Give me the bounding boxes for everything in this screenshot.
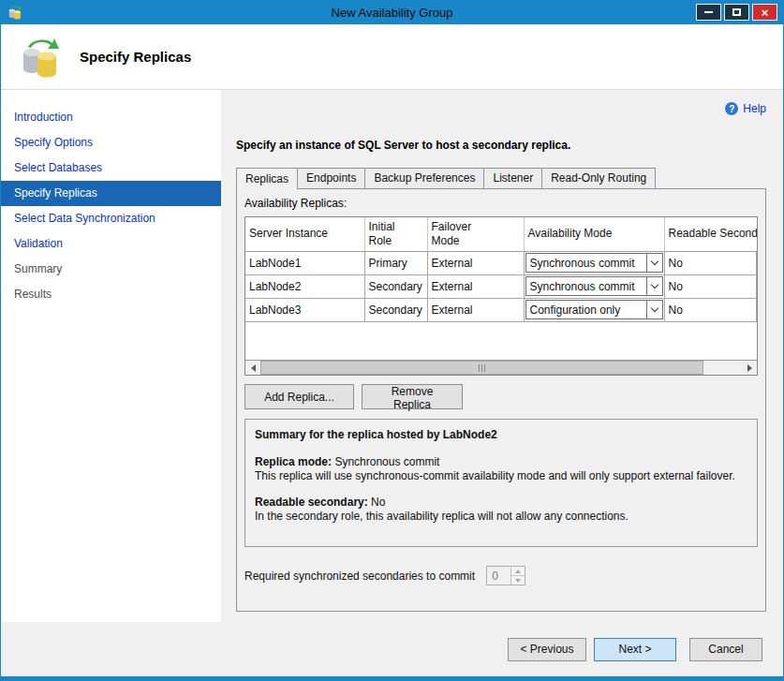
replica-mode-label: Replica mode: [255,455,332,468]
remove-replica-button[interactable]: Remove Replica [362,384,463,409]
footer-bar: < Previous Next > Cancel [1,622,783,676]
cell-server-instance: LabNode3 [245,298,364,321]
add-replica-button[interactable]: Add Replica... [244,384,354,409]
availability-replicas-grid: Server Instance Initial Role Failover Mo… [244,216,758,376]
replica-mode-description: This replica will use synchronous-commit… [255,469,747,482]
chevron-down-icon [646,301,662,318]
window-controls: × [696,4,777,21]
new-availability-group-window: New Availability Group × Specify Replica… [0,0,784,681]
sidebar-item-results: Results [1,282,221,307]
tab-endpoints[interactable]: Endpoints [297,168,365,188]
col-failover-mode[interactable]: Failover Mode [427,217,524,251]
sidebar-item-introduction[interactable]: Introduction [1,105,221,130]
cell-server-instance: LabNode1 [245,251,364,274]
required-secondaries-label: Required synchronized secondaries to com… [244,570,475,583]
maximize-icon [732,8,741,16]
table-row-labnode1[interactable]: LabNode1 Primary External Synchronous co… [245,251,757,274]
tab-read-only-routing[interactable]: Read-Only Routing [541,168,656,188]
col-server-instance[interactable]: Server Instance [245,217,364,251]
cell-initial-role: Secondary [364,274,427,298]
tab-strip: Replicas Endpoints Backup Preferences Li… [236,167,766,188]
readable-secondary-label: Readable secondary: [255,496,368,509]
cell-readable-secondary: No [664,298,757,321]
minimize-icon [704,11,713,13]
availability-mode-value: Configuration only [526,303,646,317]
wizard-header: Specify Replicas [1,24,783,90]
sidebar-item-specify-replicas[interactable]: Specify Replicas [1,181,221,206]
readable-secondary-description: In the secondary role, this availability… [255,510,747,523]
table-row-labnode2[interactable]: LabNode2 Secondary External Synchronous … [245,274,757,298]
grid-empty-area [245,322,757,361]
sidebar-item-select-databases[interactable]: Select Databases [1,155,221,181]
help-icon: ? [725,102,738,115]
sidebar-item-select-data-synchronization[interactable]: Select Data Synchronization [1,206,221,231]
horizontal-scrollbar[interactable] [245,360,757,375]
cell-server-instance: LabNode2 [245,274,364,298]
spinner-value: 0 [487,567,510,585]
required-secondaries-spinner: 0 [486,566,525,585]
minimize-button[interactable] [696,4,721,21]
wizard-steps-sidebar: Introduction Specify Options Select Data… [1,90,221,622]
availability-mode-value: Synchronous commit [526,257,646,270]
main-content: ? Help Specify an instance of SQL Server… [221,90,783,622]
availability-mode-value: Synchronous commit [526,280,646,293]
titlebar[interactable]: New Availability Group × [1,0,783,24]
col-availability-mode[interactable]: Availability Mode [524,217,664,251]
chevron-down-icon [646,277,662,295]
availability-replicas-label: Availability Replicas: [244,197,758,211]
col-readable-secondary[interactable]: Readable Secondar [664,217,757,251]
tab-listener[interactable]: Listener [483,168,542,188]
scroll-right-arrow[interactable] [742,361,757,375]
spinner-up-icon [511,567,525,576]
readable-secondary-value: No [371,496,385,509]
readable-secondary-line: Readable secondary: No [255,496,747,509]
cell-failover-mode: External [427,251,524,274]
availability-group-icon [18,35,63,80]
required-secondaries-row: Required synchronized secondaries to com… [244,566,758,585]
cell-readable-secondary: No [664,274,757,298]
cell-initial-role: Secondary [364,298,427,321]
cancel-button[interactable]: Cancel [689,638,762,661]
cell-initial-role: Primary [364,251,427,274]
scrollbar-track[interactable] [260,361,742,375]
window-title: New Availability Group [1,6,783,20]
availability-mode-dropdown[interactable]: Synchronous commit [525,253,663,273]
previous-button[interactable]: < Previous [508,638,586,661]
scrollbar-grip-icon [481,364,482,372]
replica-mode-value: Synchronous commit [334,455,439,468]
next-button[interactable]: Next > [594,638,676,661]
availability-replicas-table: Server Instance Initial Role Failover Mo… [245,217,757,322]
instruction-text: Specify an instance of SQL Server to hos… [236,139,766,152]
replica-summary-panel: Summary for the replica hosted by LabNod… [244,419,758,547]
close-button[interactable]: × [752,4,777,21]
summary-title: Summary for the replica hosted by LabNod… [255,428,747,441]
tab-backup-preferences[interactable]: Backup Preferences [364,168,484,188]
availability-mode-dropdown[interactable]: Synchronous commit [525,276,663,296]
close-icon: × [762,7,769,19]
page-title: Specify Replicas [80,49,191,65]
tab-replicas[interactable]: Replicas [236,168,298,189]
replica-mode-line: Replica mode: Synchronous commit [255,455,747,468]
availability-mode-dropdown[interactable]: Configuration only [525,300,663,319]
sidebar-item-specify-options[interactable]: Specify Options [1,130,221,155]
sidebar-item-validation[interactable]: Validation [1,231,221,257]
sidebar-item-summary: Summary [1,257,221,282]
chevron-down-icon [646,254,662,272]
cell-failover-mode: External [427,298,524,321]
table-row-labnode3[interactable]: LabNode3 Secondary External Configuratio… [245,298,757,321]
col-initial-role[interactable]: Initial Role [364,217,427,251]
maximize-button[interactable] [724,4,749,21]
help-link[interactable]: Help [743,102,766,115]
scroll-left-arrow[interactable] [245,361,260,375]
replicas-tab-panel: Availability Replicas: Server Instance I… [236,188,766,612]
spinner-down-icon [511,576,525,585]
scrollbar-thumb[interactable] [260,361,703,375]
header-row: Server Instance Initial Role Failover Mo… [245,217,757,251]
cell-failover-mode: External [427,274,524,298]
cell-readable-secondary: No [664,251,757,274]
spinner-buttons [510,567,525,585]
